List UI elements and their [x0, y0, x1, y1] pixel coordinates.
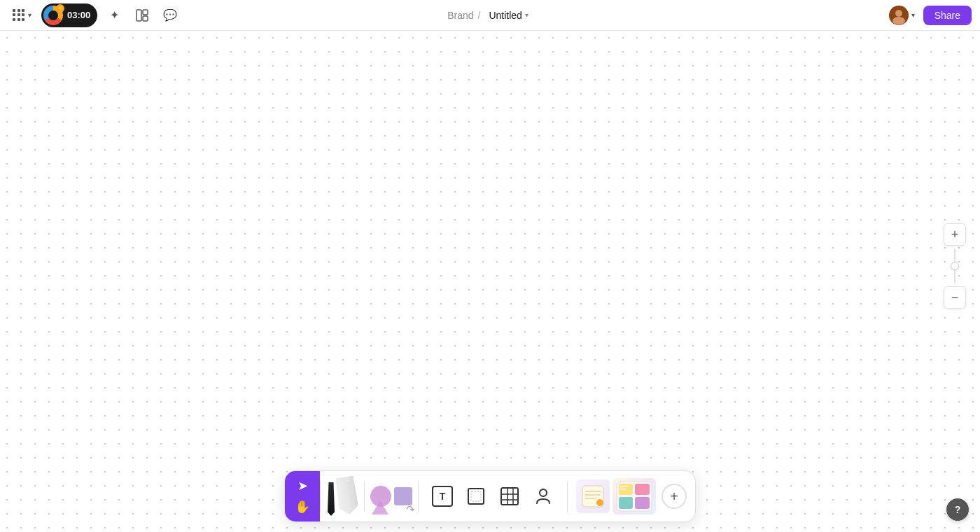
pen-tool-section[interactable]	[321, 471, 364, 522]
zoom-slider-thumb[interactable]	[951, 262, 959, 270]
chevron-down-icon: ▾	[28, 11, 31, 19]
select-tool-button[interactable]: ➤ ✋	[285, 471, 320, 522]
table-icon	[500, 486, 519, 506]
question-mark-icon: ?	[955, 504, 961, 515]
frame-tool-button[interactable]	[463, 484, 489, 509]
header-left: ▾ ⚡ 03:00 ✦ 💬	[8, 4, 181, 27]
bottom-toolbar: ➤ ✋ ↷ T	[284, 470, 696, 522]
svg-rect-1	[143, 10, 148, 15]
svg-rect-7	[471, 491, 481, 501]
text-icon: T	[432, 486, 453, 507]
title-chevron-icon: ▾	[525, 11, 528, 19]
circle-shape-icon	[370, 486, 391, 507]
user-avatar	[889, 6, 909, 25]
pen-black-icon	[328, 482, 335, 516]
plus-icon: +	[670, 489, 678, 505]
minus-icon: −	[951, 290, 959, 305]
timer-display: 03:00	[67, 10, 90, 20]
avatar-button[interactable]: ▾	[886, 4, 918, 27]
colors-preview	[616, 481, 652, 512]
sticker-preview	[580, 483, 606, 510]
logo-timer[interactable]: ⚡ 03:00	[41, 4, 97, 27]
svg-rect-24	[620, 486, 629, 487]
breadcrumb-separator: /	[478, 10, 481, 21]
layout-button[interactable]	[131, 4, 153, 27]
logo-icon: ⚡	[43, 6, 63, 25]
tools-dropdown[interactable]: ▾	[8, 6, 36, 24]
svg-point-5	[892, 17, 905, 25]
comment-button[interactable]: 💬	[159, 4, 181, 27]
shapes-tool-section[interactable]: ↷	[365, 471, 418, 522]
frame-icon	[466, 486, 486, 506]
insert-tools-section: T	[419, 471, 567, 522]
table-tool-button[interactable]	[497, 484, 522, 509]
svg-rect-0	[136, 10, 141, 21]
media-thumbnails	[576, 478, 656, 514]
add-media-button[interactable]: +	[662, 484, 687, 509]
help-button[interactable]: ?	[946, 498, 969, 521]
media-thumb-colors[interactable]	[612, 478, 656, 514]
person-tool-button[interactable]	[531, 484, 556, 509]
pen-white-icon	[335, 475, 359, 515]
share-button[interactable]: Share	[923, 6, 972, 25]
grid-icon	[13, 9, 25, 22]
breadcrumb-title-button[interactable]: Untitled ▾	[484, 8, 532, 23]
media-section: +	[568, 471, 695, 522]
media-thumb-sticker[interactable]	[576, 479, 610, 513]
svg-rect-22	[619, 497, 633, 509]
header-right: ▾ Share	[886, 4, 972, 27]
lightning-badge: ⚡	[56, 4, 64, 13]
svg-rect-25	[620, 489, 626, 490]
header: ▾ ⚡ 03:00 ✦ 💬 Brand / Untitled	[0, 0, 980, 31]
breadcrumb-brand[interactable]: Brand	[447, 10, 473, 21]
zoom-in-button[interactable]: +	[944, 223, 966, 246]
svg-point-4	[895, 10, 902, 17]
person-icon	[533, 486, 553, 506]
hand-icon: ✋	[295, 500, 310, 513]
document-title: Untitled	[489, 10, 522, 21]
canvas[interactable]	[0, 31, 980, 532]
svg-rect-23	[635, 497, 650, 509]
avatar-image	[889, 6, 909, 25]
redo-icon[interactable]: ↷	[406, 503, 415, 516]
arrow-icon: ➤	[298, 479, 308, 492]
svg-rect-6	[468, 489, 484, 504]
zoom-slider-track	[954, 248, 955, 284]
plus-icon: +	[951, 227, 959, 242]
breadcrumb: Brand / Untitled ▾	[447, 8, 533, 23]
avatar-chevron-icon: ▾	[911, 11, 915, 19]
svg-rect-21	[635, 484, 650, 495]
svg-rect-2	[143, 16, 148, 21]
layout-icon	[136, 9, 148, 22]
zoom-out-button[interactable]: −	[944, 286, 966, 309]
text-tool-button[interactable]: T	[430, 484, 455, 509]
ai-sparkle-button[interactable]: ✦	[103, 4, 125, 27]
svg-point-18	[596, 499, 603, 506]
zoom-controls: + −	[944, 223, 966, 309]
svg-rect-8	[501, 488, 518, 505]
svg-point-13	[540, 489, 547, 496]
